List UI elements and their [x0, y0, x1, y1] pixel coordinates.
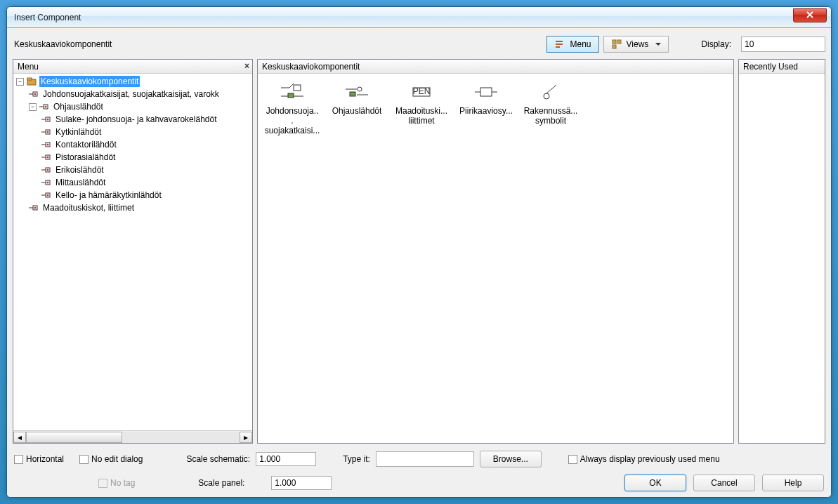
tree-item[interactable]: Maadoituskiskot, liittimet: [13, 201, 252, 214]
component-grid-panel: Keskuskaaviokomponentit Johdonsuoja... s…: [257, 59, 734, 444]
svg-line-53: [546, 85, 556, 93]
building-symbol-icon: [534, 81, 568, 103]
horizontal-scrollbar[interactable]: ◂ ▸: [13, 430, 252, 443]
grid-item[interactable]: Ohjauslähdöt: [327, 78, 387, 138]
plug-icon: [41, 152, 51, 162]
scroll-right-icon[interactable]: ▸: [240, 432, 252, 443]
no-tag-checkbox: [98, 479, 107, 488]
menu-button[interactable]: Menu: [546, 36, 598, 53]
tree-item[interactable]: Kontaktorilähdöt: [13, 138, 252, 151]
menu-panel-close-icon[interactable]: ×: [244, 61, 249, 71]
tree-item[interactable]: Kello- ja hämäräkytkinlähdöt: [13, 189, 252, 201]
svg-point-13: [45, 106, 47, 108]
plug-icon: [41, 140, 51, 150]
svg-point-28: [47, 169, 49, 171]
no-tag-checkbox-label: No tag: [98, 478, 135, 488]
views-icon: [611, 39, 622, 50]
schematic-symbol-icon: [469, 81, 503, 103]
scroll-thumb[interactable]: [26, 432, 122, 443]
tree-item-label: Kello- ja hämäräkytkinlähdöt: [54, 190, 163, 201]
views-button-label: Views: [627, 39, 649, 49]
scroll-track[interactable]: [26, 432, 240, 443]
main-panels-row: Menu × − Keskuskaaviokomponentit Johdons…: [13, 59, 825, 444]
tree-item-label: Mittauslähdöt: [54, 177, 107, 188]
grid-item[interactable]: Johdonsuoja... suojakatkaisi...: [262, 78, 322, 138]
plug-icon: [41, 165, 51, 175]
grid-item[interactable]: Rakennussä... symbolit: [521, 78, 581, 138]
tree-item[interactable]: Erikoislähdöt: [13, 164, 252, 176]
plug-icon: [39, 102, 49, 112]
scroll-left-icon[interactable]: ◂: [13, 432, 26, 443]
type-it-input[interactable]: [376, 451, 474, 467]
tree-item[interactable]: Sulake- johdonsuoja- ja kahvavarokelähdö…: [13, 113, 252, 126]
dialog-content: Keskuskaaviokomponentit Menu Views Displ…: [7, 28, 831, 497]
svg-rect-1: [556, 44, 563, 45]
browse-button[interactable]: Browse...: [480, 451, 542, 467]
grid-panel-title: Keskuskaaviokomponentit: [262, 62, 360, 72]
no-edit-checkbox[interactable]: [79, 455, 89, 464]
tree-item[interactable]: Kytkinlähdöt: [13, 126, 252, 138]
always-display-checkbox-label[interactable]: Always display previously used menu: [568, 454, 720, 464]
grid-item-label: Piirikaaviosy...: [459, 106, 513, 116]
tree-item-label: Erikoislähdöt: [54, 164, 105, 175]
grid-item-label2: liittimet: [408, 116, 434, 126]
svg-rect-40: [294, 85, 301, 91]
browse-button-label: Browse...: [493, 454, 528, 464]
horizontal-checkbox[interactable]: [14, 455, 23, 464]
footer-row-1: Horizontal No edit dialog Scale schemati…: [13, 448, 825, 467]
help-button[interactable]: Help: [762, 475, 824, 491]
tree-root-label: Keskuskaaviokomponentit: [39, 76, 140, 87]
tree-item[interactable]: − Ohjauslähdöt: [13, 100, 252, 113]
folder-icon: [27, 77, 37, 86]
footer-row-2: No tag Scale panel: OK Cancel Help: [13, 472, 825, 491]
svg-rect-46: [350, 92, 355, 96]
collapse-icon[interactable]: −: [29, 103, 37, 111]
svg-point-19: [47, 131, 49, 133]
tree-item[interactable]: Pistorasialähdöt: [13, 151, 252, 164]
close-icon: [806, 11, 814, 20]
help-button-label: Help: [785, 478, 802, 488]
type-it-group: Type it:: [343, 451, 474, 467]
horizontal-checkbox-label[interactable]: Horizontal: [14, 454, 64, 464]
tree-root[interactable]: − Keskuskaaviokomponentit: [13, 75, 252, 88]
ok-button[interactable]: OK: [624, 475, 686, 491]
scale-panel-input[interactable]: [271, 476, 332, 490]
cancel-button[interactable]: Cancel: [693, 475, 755, 491]
recently-used-header: Recently Used: [739, 60, 825, 74]
tree-item-label: Johdonsuojakatkaisijat, suojakatkaisijat…: [41, 88, 221, 100]
svg-point-16: [47, 119, 49, 121]
svg-point-37: [34, 207, 37, 209]
scale-schematic-input[interactable]: [256, 452, 316, 466]
grid-item[interactable]: PEN Maadoituski... liittimet: [391, 78, 452, 138]
always-display-checkbox[interactable]: [568, 455, 577, 464]
plug-icon: [29, 89, 39, 99]
titlebar[interactable]: Insert Component: [7, 7, 831, 28]
grid-panel-header: Keskuskaaviokomponentit: [258, 60, 733, 74]
no-edit-checkbox-label[interactable]: No edit dialog: [79, 454, 143, 464]
tree-item[interactable]: Mittauslähdöt: [13, 176, 252, 189]
dialog-window: Insert Component Keskuskaaviokomponentit…: [6, 6, 832, 498]
views-button[interactable]: Views: [603, 36, 669, 53]
ok-button-label: OK: [649, 478, 661, 488]
display-input[interactable]: [741, 37, 825, 52]
scale-panel-group: Scale panel:: [198, 476, 332, 490]
menu-tree-panel: Menu × − Keskuskaaviokomponentit Johdons…: [13, 59, 253, 444]
always-display-text: Always display previously used menu: [580, 454, 720, 464]
component-tree[interactable]: − Keskuskaaviokomponentit Johdonsuojakat…: [13, 74, 252, 430]
chevron-down-icon: [655, 43, 661, 46]
recently-used-panel: Recently Used: [738, 59, 825, 444]
tree-item[interactable]: Johdonsuojakatkaisijat, suojakatkaisijat…: [13, 88, 252, 100]
svg-point-10: [34, 93, 37, 95]
close-button[interactable]: [793, 8, 827, 22]
collapse-icon[interactable]: −: [16, 78, 24, 86]
display-label: Display:: [701, 39, 731, 49]
svg-rect-4: [617, 40, 621, 44]
svg-point-22: [47, 144, 49, 146]
dialog-button-row: OK Cancel Help: [624, 475, 824, 491]
tree-item-label: Pistorasialähdöt: [54, 152, 117, 163]
grid-item[interactable]: Piirikaaviosy...: [456, 78, 516, 138]
tree-item-label: Ohjauslähdöt: [52, 101, 105, 112]
scale-schematic-label: Scale schematic:: [186, 454, 250, 464]
menu-icon: [554, 39, 565, 50]
recently-used-title: Recently Used: [743, 62, 798, 72]
